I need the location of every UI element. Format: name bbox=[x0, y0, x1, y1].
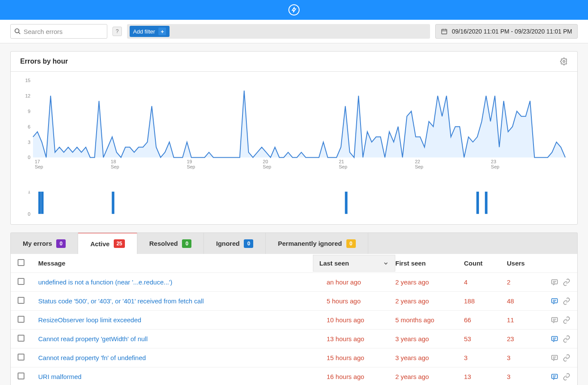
col-count-header[interactable]: Count bbox=[457, 254, 500, 273]
count-value: 3 bbox=[457, 348, 500, 367]
svg-rect-44 bbox=[552, 336, 558, 341]
tab-badge: 0 bbox=[56, 239, 66, 248]
col-users-header[interactable]: Users bbox=[500, 254, 543, 273]
svg-text:6: 6 bbox=[28, 124, 30, 129]
error-message-link[interactable]: URI malformed bbox=[38, 373, 82, 380]
comment-icon[interactable] bbox=[551, 316, 558, 324]
primary-chart: 0369121517Sep18Sep19Sep20Sep21Sep22Sep23… bbox=[11, 72, 577, 180]
count-value: 53 bbox=[457, 330, 500, 348]
brand-logo-icon bbox=[288, 4, 300, 15]
tab-active[interactable]: Active25 bbox=[78, 232, 137, 254]
search-box[interactable] bbox=[10, 24, 107, 39]
users-value: 3 bbox=[500, 348, 543, 367]
last-seen-value: an hour ago bbox=[320, 273, 388, 292]
svg-text:9: 9 bbox=[28, 109, 30, 114]
svg-text:17: 17 bbox=[35, 159, 40, 164]
users-value: 2 bbox=[500, 273, 543, 292]
col-first-seen-header[interactable]: First seen bbox=[388, 254, 457, 273]
row-checkbox[interactable] bbox=[18, 354, 24, 361]
add-filter-label: Add filter bbox=[133, 28, 155, 35]
svg-rect-32 bbox=[345, 192, 348, 214]
errors-area-chart: 0369121517Sep18Sep19Sep20Sep21Sep22Sep23… bbox=[20, 78, 568, 172]
comment-icon[interactable] bbox=[551, 297, 558, 305]
table-row: Cannot read property 'getWidth' of null1… bbox=[11, 330, 577, 348]
svg-text:15: 15 bbox=[25, 78, 30, 83]
tab-label: My errors bbox=[23, 240, 52, 247]
error-message-link[interactable]: Cannot read property 'getWidth' of null bbox=[38, 335, 148, 342]
gear-icon[interactable] bbox=[560, 58, 568, 65]
tab-permignored[interactable]: Permanently ignored0 bbox=[266, 233, 368, 254]
link-icon[interactable] bbox=[563, 278, 570, 286]
link-icon[interactable] bbox=[563, 373, 570, 381]
table-row: ResizeObserver loop limit exceeded10 hou… bbox=[11, 311, 577, 330]
row-checkbox[interactable] bbox=[18, 335, 24, 342]
row-actions bbox=[550, 354, 570, 362]
svg-text:19: 19 bbox=[187, 159, 192, 164]
svg-text:0: 0 bbox=[28, 155, 30, 160]
date-range-text: 09/16/2020 11:01 PM - 09/23/2020 11:01 P… bbox=[452, 28, 572, 35]
tab-badge: 25 bbox=[114, 239, 124, 248]
comment-icon[interactable] bbox=[551, 335, 558, 343]
count-value: 188 bbox=[457, 292, 500, 311]
error-message-link[interactable]: ResizeObserver loop limit exceeded bbox=[38, 316, 141, 324]
row-checkbox[interactable] bbox=[18, 278, 24, 285]
plus-icon: + bbox=[158, 28, 166, 35]
first-seen-value: 2 years ago bbox=[388, 367, 457, 385]
users-value: 11 bbox=[500, 311, 543, 330]
row-checkbox[interactable] bbox=[18, 297, 24, 304]
svg-text:Sep: Sep bbox=[263, 164, 271, 169]
svg-text:Sep: Sep bbox=[35, 164, 43, 169]
main-content: Errors by hour 0369121517Sep18Sep19Sep20… bbox=[0, 43, 588, 385]
tab-badge: 0 bbox=[244, 239, 253, 248]
tab-badge: 0 bbox=[182, 239, 191, 248]
count-value: 66 bbox=[457, 311, 500, 330]
link-icon[interactable] bbox=[563, 335, 570, 343]
svg-text:Sep: Sep bbox=[339, 164, 348, 169]
date-range-picker[interactable]: 09/16/2020 11:01 PM - 09/23/2020 11:01 P… bbox=[435, 24, 578, 39]
users-value: 23 bbox=[500, 330, 543, 348]
col-message-header[interactable]: Message bbox=[31, 254, 320, 273]
tab-resolved[interactable]: Resolved0 bbox=[137, 233, 204, 254]
tab-badge: 0 bbox=[346, 239, 356, 248]
svg-rect-50 bbox=[552, 374, 558, 379]
svg-rect-34 bbox=[485, 192, 488, 214]
row-actions bbox=[550, 373, 570, 381]
row-checkbox[interactable] bbox=[18, 373, 24, 379]
comment-icon[interactable] bbox=[551, 354, 558, 362]
link-icon[interactable] bbox=[563, 316, 570, 324]
panel-header: Errors by hour bbox=[11, 52, 577, 72]
link-icon[interactable] bbox=[563, 354, 570, 362]
help-button[interactable]: ? bbox=[112, 27, 122, 36]
col-last-seen-header[interactable]: Last seen bbox=[313, 255, 395, 272]
svg-text:22: 22 bbox=[415, 159, 420, 164]
errors-chart-panel: Errors by hour 0369121517Sep18Sep19Sep20… bbox=[10, 51, 578, 225]
error-message-link[interactable]: undefined is not a function (near '...e.… bbox=[38, 278, 173, 286]
last-seen-value: 10 hours ago bbox=[320, 311, 388, 330]
svg-rect-47 bbox=[552, 355, 558, 360]
add-filter-button[interactable]: Add filter + bbox=[130, 26, 170, 37]
comment-icon[interactable] bbox=[551, 278, 558, 286]
last-seen-value: 16 hours ago bbox=[320, 367, 388, 385]
svg-text:20: 20 bbox=[263, 159, 268, 164]
calendar-icon bbox=[441, 28, 448, 35]
filter-bar: Add filter + bbox=[127, 24, 430, 39]
tab-label: Active bbox=[90, 240, 109, 248]
search-icon bbox=[14, 28, 21, 35]
search-input[interactable] bbox=[24, 28, 103, 35]
row-checkbox[interactable] bbox=[18, 316, 24, 323]
link-icon[interactable] bbox=[563, 297, 570, 305]
svg-text:Sep: Sep bbox=[491, 164, 500, 169]
select-all-checkbox[interactable] bbox=[18, 259, 24, 266]
toolbar: ? Add filter + 09/16/2020 11:01 PM - 09/… bbox=[0, 20, 588, 43]
tab-label: Permanently ignored bbox=[278, 240, 342, 247]
svg-text:23: 23 bbox=[491, 159, 496, 164]
error-message-link[interactable]: Cannot read property 'fn' of undefined bbox=[38, 354, 146, 361]
error-tabs: My errors0Active25Resolved0Ignored0Perma… bbox=[10, 232, 578, 254]
tab-ignored[interactable]: Ignored0 bbox=[204, 233, 266, 254]
row-actions bbox=[550, 316, 570, 324]
tab-myerrors[interactable]: My errors0 bbox=[11, 233, 78, 254]
comment-icon[interactable] bbox=[551, 373, 558, 381]
first-seen-value: 3 years ago bbox=[388, 330, 457, 348]
error-message-link[interactable]: Status code '500', or '403', or '401' re… bbox=[38, 297, 204, 305]
svg-rect-30 bbox=[41, 192, 44, 214]
